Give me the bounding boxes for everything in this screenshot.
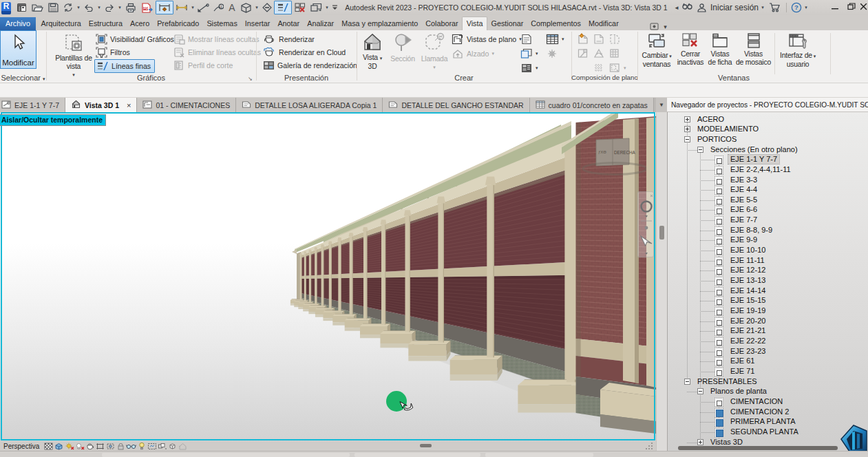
modify-toggle-icon[interactable]: ▾	[650, 23, 667, 30]
tree-label[interactable]: EJE 21-21	[728, 326, 768, 335]
qat-print-icon[interactable]	[123, 1, 139, 14]
ribbon-tab-prefabricado[interactable]: Prefabricado	[154, 17, 203, 30]
qat-switchwin-icon[interactable]	[308, 1, 324, 14]
tree-label[interactable]: EJE 20-20	[728, 317, 768, 326]
tree-item[interactable]: EJE 7-7	[668, 215, 868, 226]
ribbon-tab-gestionar[interactable]: Gestionar	[487, 17, 527, 30]
tree-label[interactable]: EJE 23-23	[728, 347, 768, 356]
tree-label[interactable]: SEGUNDA PLANTA	[728, 427, 801, 436]
viewbar-vteapot-icon[interactable]	[85, 442, 95, 451]
remove-hidden-lines-button[interactable]: Eliminar líneas ocultas	[173, 47, 261, 58]
viewbar-vhome-icon[interactable]	[178, 442, 188, 451]
tree-label[interactable]: EJE 19-19	[728, 306, 768, 315]
qat-tag-icon[interactable]	[195, 1, 211, 14]
viewbar-vbulb-icon[interactable]	[136, 442, 147, 451]
tree-label[interactable]: EJE 4-4	[728, 185, 759, 194]
ribbon-tab-acero[interactable]: Acero	[126, 17, 153, 30]
tree-expander-icon[interactable]	[684, 136, 690, 142]
tree-expander-icon[interactable]	[697, 439, 703, 445]
tree-label[interactable]: EJE 22-22	[728, 337, 768, 346]
view-tab-3[interactable]: 01 - CIMENTACIONES	[137, 98, 236, 112]
qat-undo-icon[interactable]	[81, 1, 96, 14]
qat-measure-icon[interactable]	[156, 1, 173, 14]
tree-item[interactable]: EJE 21-21	[668, 326, 868, 337]
viewbar-vstyle-icon[interactable]	[43, 442, 54, 451]
qat-save-icon[interactable]	[45, 1, 61, 14]
tree-label[interactable]: CIMENTACION 2	[728, 407, 791, 416]
ribbon-tab-archivo[interactable]: Archivo	[0, 17, 36, 30]
title-block-button[interactable]	[593, 33, 605, 45]
close-inactive-button[interactable]: Cerrar inactivas	[675, 32, 706, 67]
tree-label[interactable]: CIMENTACION	[728, 397, 785, 406]
drawing-area[interactable]: DERECHAƒXƏ Aislar/Ocultar temporalmente	[0, 112, 656, 441]
tree-item[interactable]: CIMENTACION 2	[668, 407, 868, 418]
tree-label[interactable]: EJE 61	[728, 357, 756, 365]
navigation-bar[interactable]	[637, 191, 654, 257]
ribbon-tab-sistemas[interactable]: Sistemas	[203, 17, 241, 30]
tree-label[interactable]: EJE 5-5	[728, 195, 759, 204]
tree-item[interactable]: EJE 61	[668, 357, 868, 367]
tree-item[interactable]: EJE 19-19	[668, 306, 868, 317]
ribbon-tab-complementos[interactable]: Complementos	[527, 17, 585, 30]
tree-label[interactable]: MODELAMIENTO	[695, 125, 761, 134]
ribbon-tab-colaborar[interactable]: Colaborar	[422, 17, 462, 30]
viewbar-vbox-icon[interactable]	[54, 442, 64, 451]
qat-thinlines-icon[interactable]	[274, 1, 292, 14]
tab-close-icon[interactable]: ×	[127, 101, 131, 109]
tree-label[interactable]: EJE 13-13	[728, 276, 768, 285]
tree-item[interactable]: Secciones (En otro plano)	[668, 145, 868, 156]
tree-label[interactable]: PORTICOS	[695, 135, 739, 144]
qat-section-icon[interactable]	[260, 1, 274, 14]
ribbon-tab-vista[interactable]: Vista	[462, 17, 487, 30]
qat-caret-icon[interactable]: ▾	[96, 5, 102, 10]
collapse-icon[interactable]: ◄	[673, 1, 680, 14]
render-button[interactable]: Renderizar	[263, 34, 315, 44]
show-hidden-lines-button[interactable]: Mostrar líneas ocultas	[173, 34, 260, 45]
tree-item[interactable]: Planos de planta	[668, 387, 868, 397]
tree-item[interactable]: EJE 23-23	[668, 347, 868, 357]
viewbar-vdisp-icon[interactable]	[157, 442, 167, 451]
qat-closewin-icon[interactable]	[292, 1, 308, 14]
resize-grip[interactable]	[646, 443, 653, 450]
ribbon-tab-modificar[interactable]: Modificar	[584, 17, 622, 30]
section-button[interactable]: Sección	[387, 32, 419, 63]
qat-redo-icon[interactable]	[102, 1, 117, 14]
ribbon-tab-anotar[interactable]: Anotar	[274, 17, 304, 30]
render-cloud-button[interactable]: Renderizar en Cloud	[263, 47, 346, 57]
viewport-button[interactable]: ▾	[608, 62, 626, 74]
ribbon-tab-insertar[interactable]: Insertar	[241, 17, 274, 30]
tree-item[interactable]: EJE 5-5	[668, 195, 868, 206]
duplicate-view-button[interactable]: ▾	[520, 48, 538, 59]
browser-hscrollbar[interactable]	[678, 446, 838, 450]
tree-label[interactable]: Secciones (En otro plano)	[708, 145, 800, 154]
qat-folder-icon[interactable]	[29, 1, 45, 14]
tree-expander-icon[interactable]	[684, 126, 690, 132]
tree-item[interactable]: EJE 15-15	[668, 296, 868, 306]
view-scale-label[interactable]: Perspectiva	[3, 443, 39, 450]
tree-label[interactable]: EJE 9-9	[728, 235, 759, 244]
view-tab-5[interactable]: DETALLE DEL GANCHO ESTANDAR	[383, 98, 529, 112]
tree-label[interactable]: EJE 7-7	[728, 215, 759, 224]
sign-in-label[interactable]: Iniciar sesión	[710, 3, 759, 12]
tree-item[interactable]: EJE 9-9	[668, 235, 868, 246]
help-caret-icon[interactable]: ▾	[803, 5, 809, 10]
tree-label[interactable]: Planos de planta	[708, 387, 769, 396]
close-button[interactable]	[860, 3, 868, 12]
tree-expander-icon[interactable]	[697, 147, 703, 153]
view-tab-6[interactable]: cuadro 01/concreto en zapatas	[530, 98, 654, 112]
qat-caret-icon[interactable]: ▾	[254, 5, 260, 10]
schedules-button[interactable]: ▾	[546, 34, 564, 45]
qat-box3d-icon[interactable]	[238, 1, 254, 14]
minimize-button[interactable]	[827, 3, 843, 12]
viewbar-vsunx-icon[interactable]	[64, 442, 74, 451]
restore-button[interactable]	[843, 3, 860, 12]
tree-item[interactable]: SEGUNDA PLANTA	[668, 427, 868, 438]
user-icon[interactable]	[695, 1, 709, 14]
qat-caret-icon[interactable]: ▾	[190, 5, 195, 10]
horizontal-scrollbar-thumb[interactable]	[420, 444, 432, 447]
vertical-scrollbar[interactable]	[656, 112, 667, 451]
tree-item[interactable]: MODELAMIENTO	[668, 125, 868, 135]
tree-item[interactable]: EJE 1-1 Y 7-7	[668, 155, 868, 165]
tree-item[interactable]: EJE 10-10	[668, 246, 868, 256]
sign-in-caret-icon[interactable]: ▾	[760, 5, 765, 10]
